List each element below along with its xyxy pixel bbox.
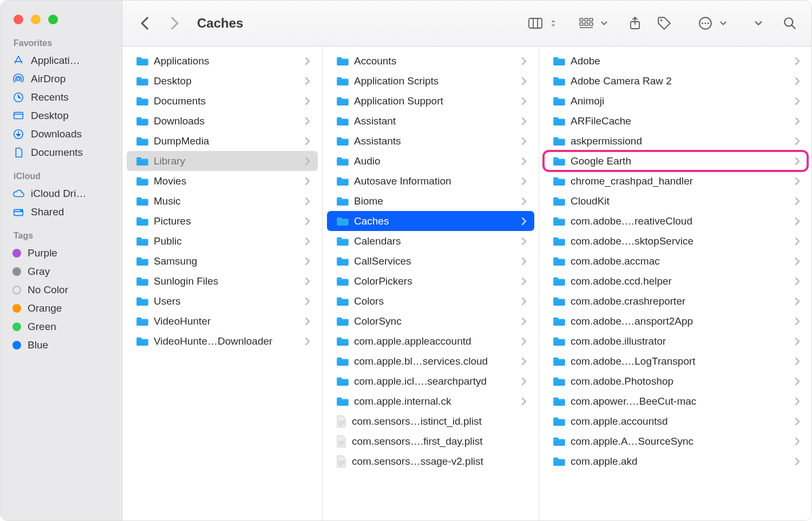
sidebar-item[interactable]: Purple	[5, 244, 117, 262]
chevron-right-icon	[521, 378, 527, 385]
folder-row[interactable]: Application Scripts	[327, 71, 534, 91]
folder-row[interactable]: Assistant	[327, 111, 534, 131]
sidebar-item[interactable]: Applicati…	[5, 51, 117, 70]
folder-row[interactable]: Adobe Camera Raw 2	[543, 71, 808, 91]
search-button[interactable]	[778, 12, 802, 34]
folder-row[interactable]: com.adobe.Photoshop	[543, 371, 808, 391]
group-by-button[interactable]	[574, 12, 608, 34]
sidebar-item[interactable]: Shared	[5, 203, 117, 221]
folder-row[interactable]: Movies	[127, 171, 318, 191]
folder-icon	[136, 216, 148, 226]
folder-icon	[553, 236, 565, 246]
item-name: Applications	[154, 55, 299, 67]
file-row[interactable]: com.sensors…istinct_id.plist	[327, 411, 534, 431]
chevron-right-icon	[521, 197, 527, 205]
folder-row[interactable]: Assistants	[327, 131, 534, 151]
folder-row[interactable]: Google Earth	[543, 151, 808, 171]
folder-row[interactable]: Autosave Information	[327, 171, 534, 191]
chevron-right-icon	[305, 177, 310, 185]
columns-view-icon[interactable]	[523, 12, 547, 34]
folder-row[interactable]: askpermissiond	[543, 131, 808, 151]
item-name: com.sensors…istinct_id.plist	[352, 416, 527, 427]
folder-row[interactable]: com.apple.akd	[543, 451, 808, 471]
folder-row[interactable]: com.adobe.…sktopService	[543, 231, 808, 251]
folder-row[interactable]: Calendars	[327, 231, 534, 251]
folder-row[interactable]: Audio	[327, 151, 534, 171]
folder-row[interactable]: com.adobe.…LogTransport	[543, 351, 808, 371]
folder-row[interactable]: Library	[127, 151, 318, 171]
folder-row[interactable]: chrome_crashpad_handler	[543, 171, 808, 191]
sidebar-item[interactable]: Documents	[5, 143, 117, 162]
folder-row[interactable]: Desktop	[127, 71, 318, 91]
folder-row[interactable]: com.adobe.ccd.helper	[543, 271, 808, 291]
close-button[interactable]	[14, 15, 23, 24]
folder-row[interactable]: Pictures	[127, 211, 318, 231]
folder-row[interactable]: com.apple.internal.ck	[327, 391, 534, 411]
folder-row[interactable]: Applications	[127, 51, 318, 71]
dropdown-button[interactable]	[754, 19, 763, 28]
zoom-button[interactable]	[48, 15, 58, 24]
folder-row[interactable]: Public	[127, 231, 318, 251]
folder-row[interactable]: com.apple.accountsd	[543, 411, 808, 431]
folder-row[interactable]: Adobe	[543, 51, 808, 71]
folder-icon	[337, 156, 349, 166]
folder-row[interactable]: com.apple.A…SourceSync	[543, 431, 808, 451]
folder-row[interactable]: Biome	[327, 191, 534, 211]
share-button[interactable]	[623, 12, 647, 34]
sidebar-item[interactable]: Desktop	[5, 107, 117, 125]
file-row[interactable]: com.sensors….first_day.plist	[327, 431, 534, 451]
more-button[interactable]	[693, 12, 727, 34]
item-name: com.adobe.illustrator	[571, 335, 789, 347]
sidebar-item-label: Desktop	[31, 110, 69, 122]
file-row[interactable]: com.sensors…ssage-v2.plist	[327, 451, 534, 471]
folder-row[interactable]: Samsung	[127, 251, 318, 271]
folder-row[interactable]: Music	[127, 191, 318, 211]
folder-row[interactable]: Documents	[127, 91, 318, 111]
folder-row[interactable]: CloudKit	[543, 191, 808, 211]
minimize-button[interactable]	[31, 15, 41, 24]
chevron-right-icon	[795, 117, 800, 125]
back-button[interactable]	[133, 12, 157, 34]
folder-row[interactable]: Users	[127, 291, 318, 311]
folder-row[interactable]: ARFileCache	[543, 111, 808, 131]
sidebar-item[interactable]: AirDrop	[5, 70, 117, 88]
chevron-down-icon	[719, 19, 727, 27]
folder-row[interactable]: Animoji	[543, 91, 808, 111]
view-mode-group[interactable]	[523, 12, 557, 34]
sidebar-item[interactable]: Orange	[5, 299, 117, 318]
folder-row[interactable]: Sunlogin Files	[127, 271, 318, 291]
folder-row[interactable]: ColorSync	[327, 311, 534, 331]
folder-row[interactable]: com.adobe.crashreporter	[543, 291, 808, 311]
folder-row[interactable]: Colors	[327, 291, 534, 311]
sidebar-item[interactable]: Gray	[5, 262, 117, 281]
folder-row[interactable]: com.adobe.…ansport2App	[543, 311, 808, 331]
folder-row[interactable]: com.apower.…BeeCut-mac	[543, 391, 808, 411]
sidebar-item[interactable]: No Color	[5, 281, 117, 299]
folder-row[interactable]: VideoHunte…Downloader	[127, 331, 318, 351]
folder-row[interactable]: com.adobe.accmac	[543, 251, 808, 271]
folder-row[interactable]: DumpMedia	[127, 131, 318, 151]
folder-row[interactable]: Accounts	[327, 51, 534, 71]
folder-row[interactable]: VideoHunter	[127, 311, 318, 331]
folder-row[interactable]: com.apple.appleaccountd	[327, 331, 534, 351]
folder-row[interactable]: Application Support	[327, 91, 534, 111]
sidebar-item[interactable]: Recents	[5, 88, 117, 107]
sidebar-item[interactable]: Blue	[5, 336, 117, 354]
folder-icon	[136, 56, 148, 66]
sidebar-item[interactable]: Downloads	[5, 125, 117, 143]
sidebar-item[interactable]: iCloud Dri…	[5, 184, 117, 203]
folder-row[interactable]: com.apple.bl…services.cloud	[327, 351, 534, 371]
chevron-right-icon	[795, 418, 800, 425]
folder-row[interactable]: com.adobe.…reativeCloud	[543, 211, 808, 231]
forward-button[interactable]	[162, 12, 186, 34]
folder-row[interactable]: com.adobe.illustrator	[543, 331, 808, 351]
folder-row[interactable]: CallServices	[327, 251, 534, 271]
folder-row[interactable]: Caches	[327, 211, 534, 231]
tags-button[interactable]	[652, 12, 676, 34]
sidebar-item[interactable]: Green	[5, 318, 117, 336]
chevron-right-icon	[305, 157, 310, 165]
folder-row[interactable]: Downloads	[127, 111, 318, 131]
chevron-right-icon	[521, 57, 527, 65]
folder-row[interactable]: ColorPickers	[327, 271, 534, 291]
folder-row[interactable]: com.apple.icl….searchpartyd	[327, 371, 534, 391]
